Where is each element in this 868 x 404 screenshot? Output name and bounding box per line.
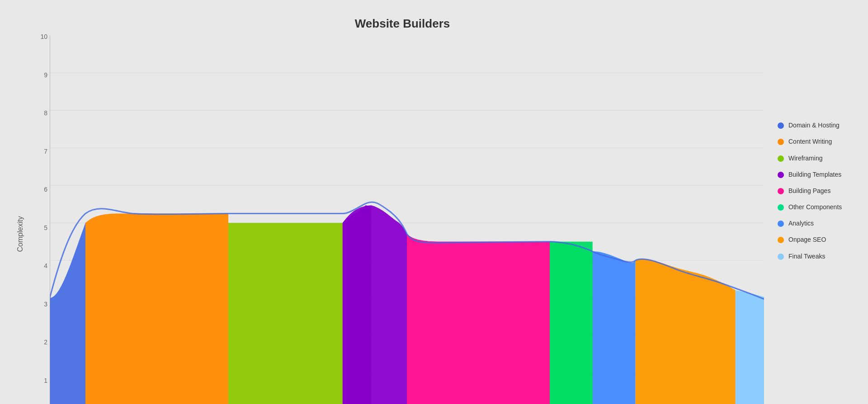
legend-item: Other Components	[778, 203, 854, 211]
chart-plot-area: Complexity 012345678910	[14, 35, 764, 404]
legend-dot	[778, 237, 784, 243]
legend-item: Analytics	[778, 219, 854, 227]
legend-dot	[778, 155, 784, 162]
legend-label: Content Writing	[788, 137, 832, 146]
legend-item: Wireframing	[778, 154, 854, 162]
legend-item: Domain & Hosting	[778, 121, 854, 129]
legend: Domain & HostingContent WritingWireframi…	[764, 17, 854, 387]
legend-item: Final Tweaks	[778, 252, 854, 260]
plot-and-x: 012345678910 Time (workdays)	[50, 35, 764, 404]
legend-label: Final Tweaks	[788, 252, 825, 260]
legend-dot	[778, 254, 784, 260]
legend-item: Onpage SEO	[778, 235, 854, 244]
chart-area: Website Builders Complexity 012345678910	[14, 17, 764, 387]
y-axis-label: Complexity	[14, 35, 27, 404]
legend-dot	[778, 204, 784, 211]
legend-label: Wireframing	[788, 154, 822, 162]
y-axis-ticks: 012345678910	[32, 35, 50, 404]
chart-inner: Website Builders Complexity 012345678910	[14, 17, 854, 387]
legend-label: Onpage SEO	[788, 235, 826, 244]
legend-label: Domain & Hosting	[788, 121, 840, 129]
legend-dot	[778, 221, 784, 227]
legend-item: Content Writing	[778, 137, 854, 146]
legend-label: Building Templates	[788, 170, 841, 179]
legend-dot	[778, 172, 784, 178]
legend-label: Other Components	[788, 203, 842, 211]
legend-item: Building Pages	[778, 187, 854, 195]
legend-label: Analytics	[788, 219, 814, 227]
legend-label: Building Pages	[788, 187, 830, 195]
legend-item: Building Templates	[778, 170, 854, 179]
plot-svg-container	[50, 35, 764, 404]
legend-dot	[778, 122, 784, 129]
chart-container: Website Builders Complexity 012345678910	[0, 0, 868, 404]
legend-dot	[778, 188, 784, 194]
legend-dot	[778, 139, 784, 145]
chart-title: Website Builders	[14, 17, 764, 31]
